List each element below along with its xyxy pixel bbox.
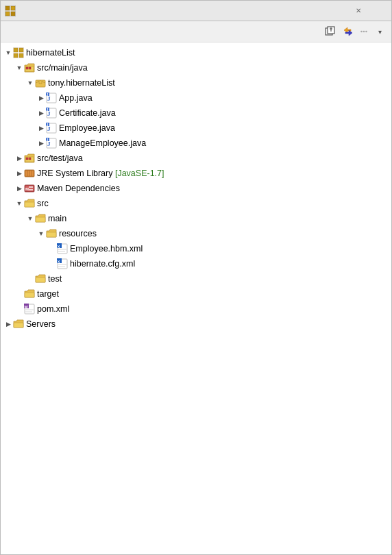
svg-rect-64 — [25, 293, 34, 297]
tree-node-label: Employee.java — [59, 123, 115, 133]
tree-node[interactable]: X Employee.hbm.xml — [1, 241, 391, 256]
tree-node[interactable]: src — [1, 196, 391, 211]
xml-icon: X — [57, 258, 68, 269]
tree-node-label: ManageEmployee.java — [59, 138, 146, 148]
tree-node[interactable]: J J ManageEmployee.java — [1, 136, 391, 151]
tree-node[interactable]: target — [1, 286, 391, 301]
java-icon: J J — [46, 92, 57, 103]
pom-icon: M — [24, 304, 35, 314]
library-icon — [24, 168, 35, 179]
svg-rect-38 — [26, 158, 28, 160]
tree-area[interactable]: hibernateList src/main/java tony.hiberna… — [1, 42, 391, 554]
tree-node-label: hibernateList — [26, 48, 75, 58]
svg-rect-52 — [47, 232, 56, 237]
tree-node-label: resources — [59, 229, 97, 238]
jre-version-label: [JavaSE-1.7] — [115, 169, 164, 178]
tree-node[interactable]: Servers — [1, 317, 391, 332]
tree-node[interactable]: J J App.java — [1, 90, 391, 106]
mavendeps-icon: M — [24, 183, 35, 194]
tree-node-label: target — [37, 289, 59, 299]
tree-node[interactable]: J J Certificate.java — [1, 106, 391, 121]
tree-arrow[interactable] — [36, 138, 46, 148]
tree-arrow[interactable] — [14, 169, 24, 178]
tree-arrow[interactable] — [14, 153, 24, 163]
tree-node[interactable]: M pom.xml — [1, 301, 391, 317]
svg-point-10 — [363, 31, 365, 33]
tree-node[interactable]: J J Employee.java — [1, 121, 391, 136]
srcfolder-icon — [24, 62, 35, 73]
tree-arrow[interactable] — [36, 108, 46, 118]
svg-text:M: M — [25, 305, 28, 309]
svg-rect-16 — [19, 53, 23, 58]
tree-node-label: Employee.hbm.xml — [70, 244, 143, 254]
tree-arrow[interactable] — [36, 229, 46, 238]
tree-node[interactable]: src/test/java — [1, 151, 391, 166]
tree-node-label: src — [37, 199, 49, 208]
tree-arrow[interactable] — [14, 184, 24, 193]
folder-icon — [35, 273, 46, 284]
tree-arrow[interactable] — [14, 199, 24, 208]
tree-arrow[interactable] — [25, 78, 35, 88]
dropdown-button[interactable]: ▾ — [372, 24, 387, 39]
tree-node[interactable]: hibernateList — [1, 45, 391, 60]
folder-icon — [24, 198, 35, 209]
svg-rect-18 — [26, 67, 28, 69]
tree-node[interactable]: X hibernate.cfg.xml — [1, 256, 391, 271]
tree-node[interactable]: test — [1, 271, 391, 286]
tree-arrow[interactable] — [36, 93, 46, 103]
package-explorer-panel: ✕ — [0, 0, 392, 555]
svg-point-11 — [365, 31, 367, 33]
view-menu-button[interactable] — [358, 24, 369, 39]
tree-node[interactable]: resources — [1, 226, 391, 241]
tree-node-label: hibernate.cfg.xml — [70, 259, 135, 269]
xml-icon: X — [57, 243, 68, 254]
svg-rect-51 — [36, 217, 45, 222]
svg-text:J: J — [47, 92, 49, 97]
tree-arrow[interactable] — [3, 319, 13, 329]
tree-arrow[interactable] — [36, 123, 46, 133]
tree-node-label: tony.hibernateList — [48, 78, 115, 88]
svg-rect-15 — [19, 48, 23, 52]
title-bar: ✕ — [1, 1, 391, 21]
maximize-button[interactable] — [375, 5, 387, 17]
tree-node-label: src/main/java — [37, 63, 88, 73]
tree-node[interactable]: tony.hibernateList — [1, 75, 391, 90]
servers-icon — [13, 319, 24, 330]
java-icon: J J — [46, 123, 57, 134]
tree-node[interactable]: JRE System Library [JavaSE-1.7] — [1, 166, 391, 181]
project-icon — [13, 47, 24, 58]
close-icon[interactable]: ✕ — [356, 7, 361, 14]
svg-text:M: M — [25, 187, 29, 191]
svg-rect-48 — [29, 186, 33, 188]
folder-icon — [24, 288, 35, 299]
tree-node[interactable]: src/main/java — [1, 60, 391, 75]
svg-text:J: J — [47, 123, 49, 127]
tree-node[interactable]: M Maven Dependencies — [1, 181, 391, 196]
svg-rect-3 — [11, 12, 15, 16]
title-bar-actions — [361, 5, 387, 17]
svg-rect-63 — [36, 278, 45, 282]
srcfolder-icon — [24, 153, 35, 164]
tree-node-label: Maven Dependencies — [37, 184, 120, 193]
svg-rect-70 — [14, 323, 23, 328]
svg-rect-13 — [14, 48, 18, 52]
svg-rect-0 — [5, 6, 10, 10]
tree-node-label: pom.xml — [37, 304, 69, 314]
svg-rect-2 — [11, 6, 15, 10]
tree-arrow[interactable] — [14, 63, 24, 73]
tree-node-label: src/test/java — [37, 153, 83, 163]
svg-rect-50 — [25, 202, 34, 207]
tree-node-label: Servers — [26, 319, 56, 329]
link-with-editor-button[interactable] — [341, 24, 356, 39]
svg-rect-39 — [29, 158, 31, 160]
svg-rect-1 — [5, 12, 10, 16]
svg-text:X: X — [58, 245, 60, 249]
tree-node[interactable]: main — [1, 211, 391, 226]
tree-arrow[interactable] — [3, 48, 13, 58]
minimize-button[interactable] — [361, 5, 373, 17]
svg-text:J: J — [47, 138, 49, 142]
collapse-all-button[interactable] — [323, 24, 338, 39]
toolbar: ▾ — [1, 21, 391, 42]
tree-arrow[interactable] — [25, 214, 35, 223]
tree-node-label: main — [48, 214, 66, 223]
